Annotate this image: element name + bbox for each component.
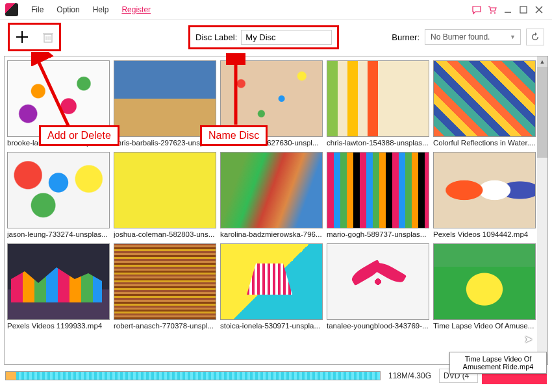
content-area: brooke-lark-235088-unsplas... chris-barb… [4, 56, 548, 365]
thumbnail-item[interactable]: tanalee-youngblood-343769-... [327, 243, 429, 330]
thumbnail-item[interactable]: Pexels Videos 1199933.mp4 [7, 243, 110, 330]
thumbnail-image [433, 152, 536, 228]
thumbnail-image [220, 152, 323, 228]
burner-dropdown[interactable]: No Burner found. [425, 29, 521, 45]
thumbnail-label: stoica-ionela-530971-unspla... [220, 322, 323, 330]
thumbnail-item[interactable]: Pexels Videos 1094442.mp4 [433, 152, 536, 238]
thumbnail-image [220, 243, 323, 320]
refresh-icon [530, 32, 540, 42]
add-delete-group [8, 23, 61, 51]
refresh-button[interactable] [526, 29, 544, 45]
thumbnail-label: chris-lawton-154388-unsplas... [327, 139, 429, 147]
menu-register[interactable]: Register [115, 5, 157, 14]
menu-option[interactable]: Option [50, 5, 86, 14]
scroll-handle[interactable] [537, 67, 547, 158]
thumbnail-label: Colorful Reflections in Water.... [433, 139, 536, 147]
annotation-arrow-icon [31, 52, 83, 136]
thumbnail-item[interactable]: robert-anasch-770378-unspl... [114, 243, 216, 330]
thumbnail-label: karolina-badzmierowska-796... [220, 230, 323, 238]
thumbnail-item[interactable]: Colorful Reflections in Water.... [433, 60, 536, 147]
cursor-icon: ➤ [524, 333, 533, 345]
burner-group: Burner: No Burner found. ▼ [392, 29, 544, 45]
chevron-down-icon: ▼ [510, 34, 516, 40]
svg-point-0 [490, 12, 492, 14]
thumbnail-item[interactable]: chris-lawton-154388-unsplas... [327, 60, 429, 147]
cart-icon[interactable] [486, 4, 498, 16]
disc-label-input[interactable] [241, 30, 332, 45]
thumbnail-image [433, 243, 536, 320]
burner-label: Burner: [392, 32, 420, 42]
thumbnail-image [433, 60, 536, 137]
capacity-progress [5, 371, 381, 380]
thumbnail-label: mario-gogh-589737-unsplas... [327, 230, 429, 238]
thumbnail-image [114, 243, 216, 320]
thumbnail-item[interactable]: stoica-ionela-530971-unspla... [220, 243, 323, 330]
menu-help[interactable]: Help [86, 5, 116, 14]
thumbnail-label: joshua-coleman-582803-uns... [114, 230, 216, 238]
thumbnail-item[interactable]: mario-gogh-589737-unsplas... [327, 152, 429, 238]
annotation-add-delete: Add or Delete [39, 125, 119, 146]
thumbnail-item[interactable]: joshua-coleman-582803-uns... [114, 152, 216, 238]
toolbar: Disc Label: Burner: No Burner found. ▼ [0, 19, 552, 55]
disc-label-group: Disc Label: [188, 25, 339, 49]
thumbnail-item[interactable]: Time Lapse Video Of Amuse... [433, 243, 536, 330]
svg-point-1 [494, 12, 496, 14]
thumbnail-image [327, 152, 429, 228]
menu-file[interactable]: File [25, 5, 50, 14]
thumbnail-image [327, 60, 429, 137]
thumbnail-image [7, 243, 110, 320]
maximize-icon[interactable] [518, 4, 529, 16]
thumbnail-image [114, 152, 216, 228]
capacity-text: 118M/4.30G [384, 371, 435, 380]
thumbnail-label: Time Lapse Video Of Amuse... [433, 322, 536, 330]
close-icon[interactable] [533, 4, 545, 16]
chat-icon[interactable] [471, 4, 483, 16]
tooltip: Time Lapse Video Of Amusement Ride.mp4 [449, 352, 547, 374]
app-logo-icon [5, 3, 18, 16]
thumbnail-image [7, 152, 110, 228]
capacity-fill [6, 372, 16, 380]
thumbnail-image [327, 243, 429, 320]
thumbnail-label: robert-anasch-770378-unspl... [114, 322, 216, 330]
thumbnail-label: tanalee-youngblood-343769-... [327, 322, 429, 330]
annotation-arrow-icon [226, 53, 245, 131]
plus-icon [15, 30, 29, 44]
disc-label-text: Disc Label: [195, 32, 237, 42]
vertical-scrollbar[interactable]: ▲ ▼ [537, 56, 547, 364]
thumbnail-item[interactable]: karolina-badzmierowska-796... [220, 152, 323, 238]
thumbnail-item[interactable]: jason-leung-733274-unsplas... [7, 152, 110, 238]
thumbnail-label: Pexels Videos 1199933.mp4 [7, 322, 110, 330]
trash-icon [42, 31, 55, 43]
menubar: File Option Help Register [0, 0, 552, 19]
minimize-icon[interactable] [502, 4, 514, 16]
scroll-up-icon[interactable]: ▲ [537, 56, 547, 67]
thumbnail-label: jason-leung-733274-unsplas... [7, 230, 110, 238]
add-button[interactable] [12, 27, 32, 47]
svg-line-13 [36, 57, 70, 130]
annotation-name-disc: Name Disc [200, 125, 268, 146]
delete-button[interactable] [40, 29, 56, 45]
svg-rect-3 [520, 6, 527, 13]
thumbnail-grid: brooke-lark-235088-unsplas... chris-barb… [5, 56, 537, 364]
thumbnail-label: Pexels Videos 1094442.mp4 [433, 230, 536, 238]
